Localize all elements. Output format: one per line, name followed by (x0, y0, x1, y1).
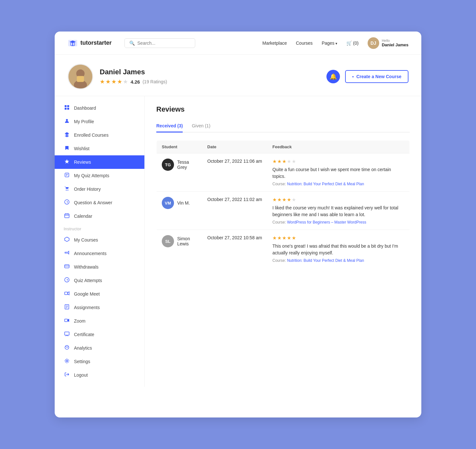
assignments-icon (64, 304, 70, 311)
course-ref: Course: WordPress for Beginners – Master… (272, 220, 404, 225)
sidebar-label: Order History (74, 187, 101, 192)
calendar-icon (64, 213, 70, 219)
user-info: Hello Daniel James (382, 39, 408, 47)
star-4: ★ (117, 78, 122, 85)
svg-rect-18 (65, 214, 69, 218)
notification-bell-button[interactable]: 🔔 (326, 70, 340, 83)
table-row: SL Simon Lewis October 27, 2022 10:58 am… (157, 230, 410, 268)
feedback-text: This one's great! I was afraid that this… (272, 243, 404, 256)
sidebar-item-my-courses[interactable]: My Courses (55, 233, 144, 247)
sidebar-item-my-profile[interactable]: My Profile (55, 115, 144, 128)
quiz-icon (64, 172, 70, 179)
my-courses-icon (64, 237, 70, 243)
sidebar-item-question-answer[interactable]: ? Question & Answer (55, 196, 144, 209)
sidebar-item-analytics[interactable]: Analytics (55, 341, 144, 355)
sidebar-label: Assignments (74, 305, 100, 310)
google-meet-icon (64, 291, 70, 297)
feedback-stars: ★★★★★ (272, 235, 404, 241)
zoom-icon (64, 318, 70, 324)
sidebar-label: Reviews (74, 160, 91, 165)
rating-count: (19 Ratings) (142, 79, 167, 84)
certificate-icon (64, 331, 70, 338)
sidebar-item-dashboard[interactable]: Dashboard (55, 101, 144, 115)
profile-icon (64, 118, 70, 125)
reviews-table: Student Date Feedback TG Tessa Grey Octo… (156, 140, 410, 268)
sidebar-item-withdrawals[interactable]: Withdrawals (55, 260, 144, 274)
main-card: tutorstarter 🔍 Marketplace Courses Pages… (55, 32, 421, 417)
sidebar-item-quiz-attempts[interactable]: ? Quiz Attempts (55, 274, 144, 287)
withdrawals-icon (64, 264, 70, 270)
sidebar-item-logout[interactable]: Logout (55, 368, 144, 382)
user-area[interactable]: DJ Hello Daniel James (368, 37, 408, 49)
sidebar-item-wishlist[interactable]: Wishlist (55, 142, 144, 155)
sidebar-item-order-history[interactable]: Order History (55, 182, 144, 196)
tab-received[interactable]: Received (3) (156, 120, 183, 133)
star-1: ★ (100, 78, 105, 85)
svg-point-14 (66, 190, 67, 191)
course-link[interactable]: WordPress for Beginners – Master WordPre… (287, 220, 366, 225)
star-1: ★ (272, 197, 277, 203)
student-name: Vin M. (177, 200, 190, 206)
star-4: ★ (287, 197, 291, 203)
course-link[interactable]: Nutrition: Build Your Perfect Diet & Mea… (287, 258, 364, 263)
sidebar-label: My Courses (74, 237, 98, 243)
star-5: ★ (292, 235, 296, 241)
star-5: ★ (292, 159, 296, 164)
tab-given[interactable]: Given (1) (192, 120, 210, 133)
nav-link-courses[interactable]: Courses (296, 41, 313, 46)
feedback-text: I liked the course very much! It was exp… (272, 205, 404, 218)
profile-name: Daniel James (100, 68, 320, 76)
logout-icon (64, 372, 70, 378)
instructor-divider: Instructor (55, 223, 144, 233)
sidebar-label: Google Meet (74, 291, 100, 297)
rating-stars: ★ ★ ★ ★ ★ (100, 78, 128, 85)
sidebar-item-settings[interactable]: Settings (55, 355, 144, 368)
sidebar-label: Dashboard (74, 105, 96, 111)
sidebar-label: Question & Answer (74, 200, 112, 205)
profile-header: Daniel James ★ ★ ★ ★ ★ 4.26 (19 Ratings)… (55, 55, 421, 96)
star-2: ★ (277, 235, 281, 241)
col-student: Student (157, 141, 202, 153)
sidebar-item-zoom[interactable]: Zoom (55, 314, 144, 328)
sidebar-item-google-meet[interactable]: Google Meet (55, 287, 144, 301)
logo-icon (68, 39, 78, 48)
svg-text:?: ? (67, 201, 69, 204)
date-cell: October 27, 2022 11:02 am (202, 192, 267, 230)
search-icon: 🔍 (129, 41, 135, 46)
sidebar-item-reviews[interactable]: Reviews (55, 155, 144, 169)
bell-icon: 🔔 (330, 73, 337, 80)
sidebar-item-calendar[interactable]: Calendar (55, 209, 144, 223)
profile-actions: 🔔 ▪ Create a New Course (326, 70, 408, 83)
cart-button[interactable]: 🛒 (0) (346, 41, 359, 46)
student-name: Simon Lewis (177, 236, 197, 246)
sidebar-label: Zoom (74, 318, 86, 324)
announcements-icon (64, 250, 70, 257)
svg-rect-11 (65, 173, 69, 177)
search-input[interactable] (137, 41, 190, 46)
main-content: Reviews Received (3) Given (1) Student D… (145, 96, 421, 387)
nav-link-pages[interactable]: Pages (322, 41, 337, 46)
feedback-cell: ★★★★★ I liked the course very much! It w… (267, 192, 409, 230)
course-ref: Course: Nutrition: Build Your Perfect Di… (272, 182, 404, 186)
svg-rect-26 (65, 292, 68, 295)
star-5: ★ (123, 78, 128, 85)
student-name: Tessa Grey (177, 160, 197, 170)
sidebar: Dashboard My Profile Enrolled Courses Wi… (55, 96, 145, 387)
course-link[interactable]: Nutrition: Build Your Perfect Diet & Mea… (287, 182, 364, 186)
search-bar[interactable]: 🔍 (124, 38, 195, 48)
star-2: ★ (105, 78, 111, 85)
star-3: ★ (111, 78, 116, 85)
nav-link-marketplace[interactable]: Marketplace (262, 41, 287, 46)
sidebar-item-my-quiz-attempts[interactable]: My Quiz Attempts (55, 169, 144, 182)
sidebar-item-certificate[interactable]: Certificate (55, 328, 144, 341)
sidebar-label: Announcements (74, 251, 106, 256)
svg-rect-32 (65, 332, 69, 335)
sidebar-item-enrolled-courses[interactable]: Enrolled Courses (55, 128, 144, 142)
sidebar-label: Calendar (74, 214, 92, 219)
sidebar-item-assignments[interactable]: Assignments (55, 301, 144, 314)
create-new-course-button[interactable]: ▪ Create a New Course (345, 70, 408, 83)
tabs: Received (3) Given (1) (156, 120, 410, 133)
qa-icon: ? (64, 199, 70, 206)
svg-rect-8 (67, 108, 69, 110)
sidebar-item-announcements[interactable]: Announcements (55, 247, 144, 260)
